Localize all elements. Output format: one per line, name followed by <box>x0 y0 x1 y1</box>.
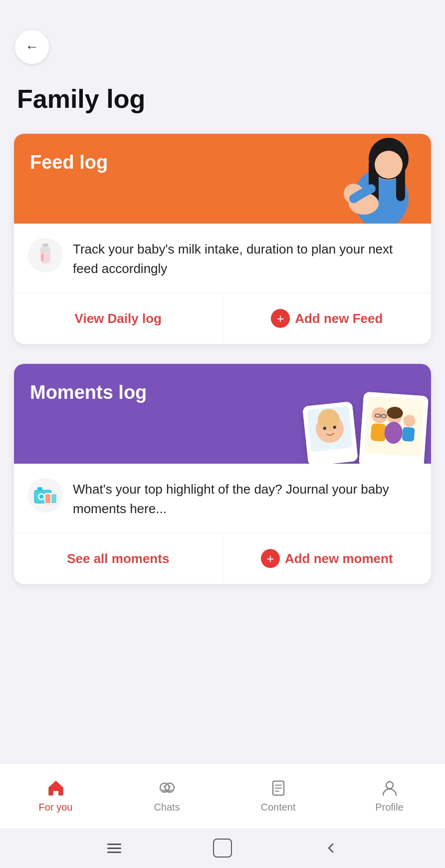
nav-label-content: Content <box>260 802 295 813</box>
moments-log-card: Moments log <box>14 364 431 584</box>
screen: ← Family log Feed log <box>0 0 445 868</box>
page-title: Family log <box>15 84 430 114</box>
svg-rect-21 <box>371 423 387 442</box>
svg-point-46 <box>386 782 393 789</box>
see-all-moments-button[interactable]: See all moments <box>14 533 223 584</box>
add-feed-plus-icon: + <box>271 309 290 328</box>
bottle-icon <box>35 243 55 268</box>
back-chevron-icon <box>324 841 338 855</box>
add-new-moment-label: Add new moment <box>285 551 393 567</box>
baby-photo-card <box>302 401 358 464</box>
feed-description: Track your baby's milk intake, duration … <box>73 238 417 279</box>
back-arrow-icon: ← <box>25 40 39 54</box>
nav-line-3 <box>107 852 121 853</box>
main-content: Feed log <box>0 124 445 763</box>
feed-icon-wrap <box>28 238 63 273</box>
add-new-feed-label: Add new Feed <box>295 311 383 326</box>
view-daily-log-button[interactable]: View Daily log <box>14 293 223 344</box>
nav-label-for-you: For you <box>39 802 73 813</box>
svg-point-41 <box>169 786 171 788</box>
profile-icon <box>380 779 399 798</box>
svg-rect-37 <box>51 494 56 503</box>
content-icon <box>269 779 288 798</box>
header: ← Family log <box>0 0 445 124</box>
system-nav-recents[interactable] <box>321 838 341 858</box>
svg-point-40 <box>164 786 166 788</box>
moments-icon-wrap <box>28 478 63 513</box>
add-new-feed-button[interactable]: + Add new Feed <box>223 293 432 344</box>
feed-log-actions: View Daily log + Add new Feed <box>14 292 431 344</box>
feed-log-body: Track your baby's milk intake, duration … <box>14 224 431 279</box>
moments-icon <box>33 484 57 506</box>
feed-log-header: Feed log <box>14 134 431 224</box>
system-nav-back[interactable] <box>104 838 124 858</box>
system-nav-home[interactable] <box>213 838 232 858</box>
system-nav-bar <box>0 828 445 868</box>
moments-log-actions: See all moments + Add new moment <box>14 533 431 584</box>
home-icon <box>46 779 65 798</box>
moments-description: What's your top highlight of the day? Jo… <box>73 478 417 519</box>
feed-log-card: Feed log <box>14 134 431 344</box>
add-moment-plus-icon: + <box>261 549 280 568</box>
bottom-navigation: For you Chats Content <box>0 763 445 828</box>
feed-illustration <box>316 134 426 224</box>
add-new-moment-button[interactable]: + Add new moment <box>223 533 432 584</box>
moments-illustration <box>305 394 426 464</box>
svg-rect-36 <box>45 494 50 503</box>
family-photo-card <box>359 392 429 464</box>
nav-label-profile: Profile <box>375 802 404 813</box>
nav-label-chats: Chats <box>154 802 180 813</box>
svg-rect-26 <box>402 427 415 442</box>
svg-rect-8 <box>42 244 48 247</box>
see-all-moments-label: See all moments <box>67 551 169 567</box>
home-button-shape <box>213 839 232 858</box>
svg-rect-10 <box>40 247 50 253</box>
moments-log-title: Moments log <box>30 382 147 403</box>
svg-point-33 <box>39 495 43 499</box>
svg-point-5 <box>375 151 403 179</box>
moments-log-header: Moments log <box>14 364 431 464</box>
feed-log-title: Feed log <box>30 152 108 173</box>
nav-item-profile[interactable]: Profile <box>334 764 445 828</box>
moments-log-body: What's your top highlight of the day? Jo… <box>14 464 431 519</box>
nav-item-for-you[interactable]: For you <box>0 764 111 828</box>
back-button[interactable]: ← <box>15 30 49 64</box>
view-daily-log-label: View Daily log <box>75 311 162 326</box>
nav-item-content[interactable]: Content <box>222 764 334 828</box>
nav-line-2 <box>107 848 121 849</box>
svg-rect-34 <box>37 487 42 490</box>
chats-icon <box>158 779 177 798</box>
nav-item-chats[interactable]: Chats <box>111 764 222 828</box>
svg-rect-11 <box>41 254 43 262</box>
nav-line-1 <box>107 844 121 845</box>
